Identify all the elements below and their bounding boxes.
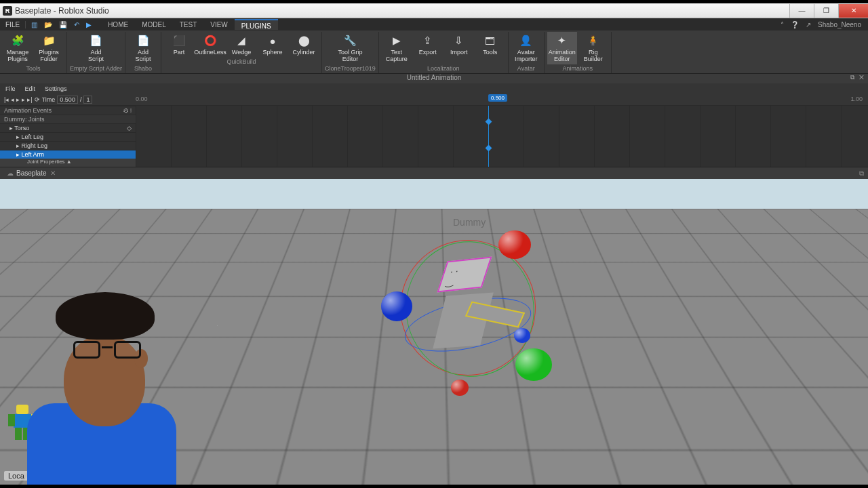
ribbon-label: Manage Plugins	[7, 49, 29, 62]
playhead-marker[interactable]: 0.500	[488, 94, 507, 102]
ribbon-label: Add Script	[136, 49, 151, 62]
gizmo-handle-red-top[interactable]	[498, 230, 531, 259]
track-area[interactable]	[136, 106, 868, 167]
ribbon-button[interactable]: ⭕OutlineLess	[195, 32, 225, 58]
goto-start-icon[interactable]: |◂	[4, 96, 9, 103]
ribbon-button[interactable]: 🧍Rig Builder	[578, 32, 608, 64]
ribbon-group: ⬛Part⭕OutlineLess◢Wedge●Sphere⬤CylinderQ…	[161, 32, 322, 73]
play-icon[interactable]: ▶	[86, 21, 92, 28]
animation-body: Animation Events ⚙ ፧ Dummy: Joints ▸ Tor…	[0, 106, 868, 167]
ribbon-button[interactable]: 🗔Tools	[475, 32, 505, 64]
anim-file-menu[interactable]: File	[5, 85, 16, 92]
tab-home[interactable]: HOME	[101, 19, 135, 30]
help-icon[interactable]: ❔	[791, 21, 799, 28]
ribbon-button[interactable]: ●Sphere	[258, 32, 288, 58]
tab-plugins[interactable]: PLUGINS	[235, 19, 278, 30]
ribbon: 🧩Manage Plugins📁Plugins FolderTools📄Add …	[0, 30, 868, 74]
ribbon-button[interactable]: ◢Wedge	[226, 32, 256, 58]
joint-torso[interactable]: ▸ Torso◇	[0, 123, 136, 132]
ribbon-button[interactable]: 🔧Tool Grip Editor	[335, 32, 365, 64]
ribbon-icon: 🧍	[587, 34, 600, 47]
close-tab-icon[interactable]: ✕	[50, 169, 56, 177]
anim-settings-menu[interactable]: Settings	[45, 85, 67, 92]
ribbon-button[interactable]: ▶Text Capture	[382, 32, 412, 64]
window-close-button[interactable]: ✕	[838, 4, 868, 18]
undo-icon[interactable]: ↶	[74, 21, 79, 28]
new-icon[interactable]: ▥	[31, 21, 37, 28]
share-icon[interactable]: ↗	[806, 21, 811, 28]
tab-test[interactable]: TEST	[173, 19, 204, 30]
ribbon-tabs: HOME MODEL TEST VIEW PLUGINS	[101, 19, 278, 30]
ribbon-icon: 📄	[90, 34, 103, 47]
ribbon-button[interactable]: ⇩Import	[444, 32, 474, 64]
gizmo-handle-green[interactable]	[515, 348, 552, 381]
window-maximize-button[interactable]: ❐	[814, 4, 838, 18]
menubar: FILE ▥ 📂 💾 ↶ ▶ HOME MODEL TEST VIEW PLUG…	[0, 18, 868, 30]
tab-model[interactable]: MODEL	[135, 19, 173, 30]
time-current-input[interactable]: 0.500	[57, 96, 78, 104]
save-icon[interactable]: 💾	[59, 21, 67, 28]
joint-left-leg[interactable]: ▸ Left Leg	[0, 132, 136, 141]
ribbon-label: Animation Editor	[549, 49, 576, 62]
tab-view[interactable]: VIEW	[203, 19, 235, 30]
viewport-3d[interactable]: Dummy Loca	[0, 179, 868, 485]
ribbon-icon: ⬤	[297, 34, 311, 47]
collapse-ribbon-icon[interactable]: ˄	[781, 21, 784, 28]
username[interactable]: Shabo_Neeno	[818, 21, 861, 28]
ribbon-group: 🧩Manage Plugins📁Plugins FolderTools	[0, 32, 67, 73]
ribbon-icon: ◢	[235, 34, 248, 47]
window-minimize-button[interactable]: —	[789, 4, 814, 18]
ribbon-button[interactable]: 📄Add Script	[128, 32, 158, 64]
ribbon-button[interactable]: ⇪Export	[413, 32, 443, 64]
ribbon-group-name: Avatar	[517, 65, 535, 72]
viewport-tab-baseplate[interactable]: ☁ Baseplate ✕	[0, 169, 62, 177]
open-icon[interactable]: 📂	[44, 21, 52, 28]
ribbon-icon: 🧩	[11, 34, 24, 47]
viewport-maximize-icon[interactable]: ⧉	[855, 169, 868, 178]
ribbon-group-name: Empty Script Adder	[70, 65, 122, 72]
animation-panel-controls[interactable]: ⧉ ✕	[850, 74, 865, 81]
ribbon-group-name: CloneTrooper1019	[325, 65, 376, 72]
ruler-start: 0.00	[136, 96, 148, 102]
ribbon-button[interactable]: ⬤Cylinder	[289, 32, 319, 58]
goto-end-icon[interactable]: ▸|	[27, 96, 32, 103]
gizmo-handle-blue-right[interactable]	[514, 328, 530, 343]
ribbon-group: 📄Add ScriptShabo	[125, 32, 161, 73]
joint-left-arm[interactable]: ▸ Left Arm	[0, 150, 136, 159]
ribbon-icon: ▶	[390, 34, 403, 47]
ribbon-label: Plugins Folder	[39, 49, 59, 62]
ribbon-button[interactable]: ✦Animation Editor	[547, 32, 577, 64]
gizmo-handle-red-bottom[interactable]	[451, 380, 469, 396]
loop-icon[interactable]: ⟳	[35, 96, 40, 103]
joint-properties-toggle[interactable]: Joint Properties ▲	[0, 159, 136, 167]
gizmo-handle-blue-left[interactable]	[381, 291, 412, 321]
presenter-overlay	[0, 302, 176, 485]
file-menu[interactable]: FILE	[0, 21, 26, 28]
ribbon-button[interactable]: ⬛Part	[164, 32, 194, 58]
ribbon-group-name: Shabo	[134, 65, 152, 72]
ribbon-button[interactable]: 👤Avatar Importer	[511, 32, 541, 64]
ribbon-label: Import	[450, 49, 468, 56]
rotation-gizmo[interactable]	[366, 226, 570, 403]
quick-access: ▥ 📂 💾 ↶ ▶	[26, 21, 97, 28]
timeline-ruler[interactable]: 0.00 1.00 0.500	[136, 94, 865, 105]
ribbon-button[interactable]: 📁Plugins Folder	[34, 32, 64, 64]
playhead-line[interactable]	[488, 106, 489, 167]
ribbon-button[interactable]: 📄Add Script	[81, 32, 111, 64]
animation-events-row[interactable]: Animation Events ⚙ ፧	[0, 106, 136, 115]
next-frame-icon[interactable]: ▸	[22, 96, 25, 103]
anim-edit-menu[interactable]: Edit	[25, 85, 36, 92]
play-anim-icon[interactable]: ▸	[16, 96, 20, 103]
events-gear-icon[interactable]: ⚙ ፧	[123, 107, 132, 115]
joint-right-leg[interactable]: ▸ Right Leg	[0, 141, 136, 150]
ribbon-icon: ●	[266, 34, 279, 47]
prev-frame-icon[interactable]: ◂	[11, 96, 14, 103]
time-end-input[interactable]: 1	[83, 96, 92, 104]
ribbon-button[interactable]: 🧩Manage Plugins	[3, 32, 33, 64]
viewport-tabbar: ☁ Baseplate ✕ ⧉	[0, 167, 868, 179]
ribbon-icon: ✦	[555, 34, 569, 47]
ribbon-icon: ⇪	[421, 34, 435, 47]
ribbon-icon: 🔧	[343, 34, 357, 47]
rig-root-row[interactable]: Dummy: Joints	[0, 115, 136, 123]
ribbon-group: ✦Animation Editor🧍Rig BuilderAnimations	[545, 32, 612, 73]
